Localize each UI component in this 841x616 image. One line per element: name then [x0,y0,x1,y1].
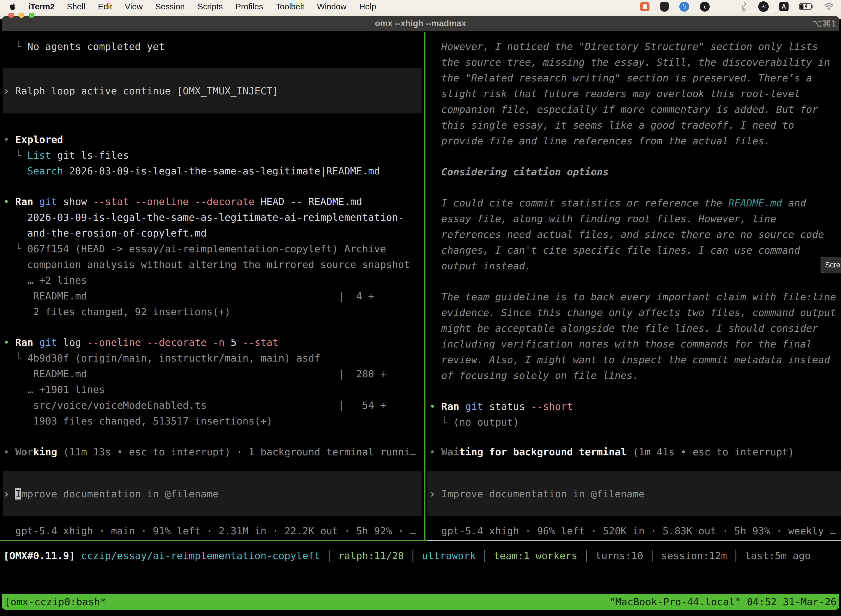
text-segment: Ran [15,196,33,207]
input-source-icon[interactable]: A [779,2,788,11]
text-segment: However, I noticed the "Directory Struct… [429,41,818,52]
text-segment: evidence. Since this change only affects… [429,307,836,318]
terminal-line: └ 4b9d30f (origin/main, instructkr/main,… [0,350,424,366]
terminal-line: › Ralph loop active continue [OMX_TMUX_I… [3,83,422,99]
battery-icon[interactable] [799,3,813,10]
terminal-line: └ No agents completed yet [0,39,424,54]
pane-bottom-border-left [0,540,427,541]
text-segment: › [3,85,15,97]
screen-recording-indicator-icon[interactable] [640,2,649,11]
tmux-pane-right[interactable]: However, I noticed the "Directory Struct… [426,32,841,539]
menu-item-help[interactable]: Help [359,2,377,11]
screen-share-tooltip[interactable]: Scre [820,257,841,273]
text-segment: I could cite commit statistics or refere… [429,197,728,209]
battery-percent-badge[interactable]: ..61 [758,1,769,12]
menu-item-session[interactable]: Session [155,2,185,11]
menu-item-edit[interactable]: Edit [98,2,112,11]
ran-git-log-block: • Ran git log --oneline --decorate -n 5 … [0,334,424,429]
menu-items-list: ShellEditViewSessionScriptsProfilesToolb… [67,2,376,11]
tmux-pane-left[interactable]: └ No agents completed yet › Ralph loop a… [0,32,424,539]
terminal-line: slight risk that future readers may over… [426,86,841,101]
text-segment: Search [27,165,63,177]
explored-block: • Explored └ List git ls-files Search 20… [0,132,424,179]
menu-item-view[interactable]: View [125,2,143,11]
text-segment: -n [213,337,224,348]
text-segment: and-the-erosion-of-copyleft.md [3,227,207,239]
text-segment: including verification notes with those … [429,338,812,350]
tmux-status-bar: [omx-cczip0:bash* "MacBook-Pro-44.local"… [1,594,840,610]
text-segment: … +1901 lines [3,384,105,395]
terminal-line: 2026-03-09-is-legal-the-same-as-legitima… [0,210,424,225]
text-segment [189,196,195,207]
text-segment: git [39,196,57,207]
text-segment: [OMX#0.11.9] [3,550,75,561]
terminal-line: provide file and line references from th… [426,133,841,149]
menu-item-profiles[interactable]: Profiles [235,2,263,11]
menu-item-app[interactable]: iTerm2 [28,2,55,11]
terminal-line: review. Also, I might want to inspect th… [426,352,841,368]
window-shortcut-badge: ⌥⌘1 [812,16,836,31]
text-segment: • [429,446,441,458]
text-segment: │ [733,550,739,561]
terminal-line: README.md | 4 + [0,288,424,304]
text-segment: gpt-5.4 xhigh · 96% left · 520K in · 5.8… [429,525,836,537]
wifi-icon[interactable] [824,3,834,10]
dots-grid-icon[interactable] [720,2,730,11]
chevron-circle-icon[interactable]: ‹ [700,1,710,12]
text-segment: README.md [728,197,782,209]
menu-item-window[interactable]: Window [317,2,347,11]
menu-item-toolbelt[interactable]: Toolbelt [276,2,304,11]
menubar-status-icons: ϟ ‹ ..61 A [640,1,834,12]
window-title: omx --xhigh --madmax [0,16,841,31]
text-segment: turns:10 [589,550,649,561]
text-segment: log [57,337,87,348]
session-status-left: gpt-5.4 xhigh · main · 91% left · 2.31M … [0,523,424,539]
terminal-line: • Explored [0,132,424,147]
text-segment: Ran [15,337,33,348]
text-segment: the "Related research writing" section i… [429,72,812,84]
terminal-line: … +1901 lines [0,382,424,397]
text-segment: --decorate [195,196,255,207]
text-segment [207,337,213,348]
text-segment: Explored [15,134,63,145]
terminal-line: including verification notes with those … [426,336,841,352]
terminal-line: src/voice/voiceModeEnabled.ts | 54 + [0,397,424,413]
text-segment: 067f154 (HEAD -> essay/ai-reimplementati… [27,243,386,254]
text-segment: (1m 41s • esc to interrupt) [627,446,794,458]
terminal-line: └ (no output) [426,414,841,430]
prompt-input-right[interactable]: › Improve documentation in @filename [427,471,841,516]
text-segment [459,401,465,412]
text-segment: README.md | 280 + [3,368,386,380]
terminal-line: › Improve documentation in @filename [427,486,841,502]
menu-item-shell[interactable]: Shell [67,2,85,11]
text-segment: › [429,488,441,500]
pane-divider[interactable] [424,32,425,540]
hook-icon[interactable] [740,1,748,12]
text-segment: • [429,401,441,412]
terminal-line: The team guideline is to back every impo… [426,289,841,305]
text-segment: › [3,488,15,500]
text-segment: and [782,197,806,209]
apple-menu-icon[interactable] [9,3,16,10]
text-segment: --short [531,401,573,412]
text-segment: team:1 workers [488,550,583,561]
text-segment: Wai [441,446,459,458]
text-segment: └ [3,243,27,254]
terminal-line: Considering citation options [426,164,841,180]
text-segment: └ [3,41,27,52]
text-segment: -- [290,196,302,207]
terminal-line: … +2 lines [0,273,424,288]
bolt-circle-icon[interactable]: ϟ [679,1,689,12]
text-segment: companion file, especially if more comme… [429,104,818,115]
waiting-status-line: • Waiting for background terminal (1m 41… [426,444,841,460]
menu-item-scripts[interactable]: Scripts [198,2,223,11]
grid-shield-icon[interactable] [660,1,669,12]
terminal-line: and-the-erosion-of-copyleft.md [0,225,424,241]
text-segment: │ [583,550,589,561]
reasoning-paragraph-2: I could cite commit statistics or refere… [426,195,841,274]
terminal-line: › Improve documentation in @filename [3,486,422,502]
prompt-input-left[interactable]: › Improve documentation in @filename [3,471,422,516]
terminal-line: companion analysis without altering the … [0,257,424,273]
text-segment: The team guideline is to back every impo… [429,291,836,302]
pane-bottom-border-right [427,540,841,541]
